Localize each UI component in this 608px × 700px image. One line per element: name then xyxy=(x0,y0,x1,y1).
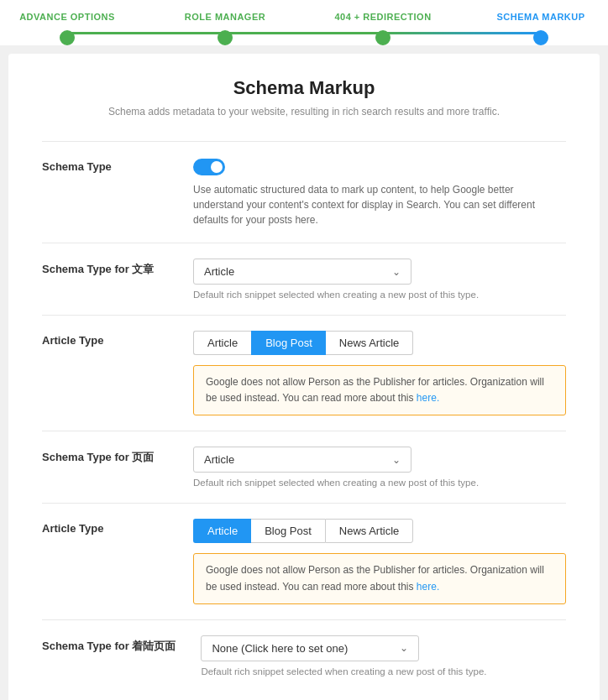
step-advance-options: ADVANCE OPTIONS xyxy=(17,12,118,45)
wenzhang-dropdown-value: Article xyxy=(204,265,234,278)
yemian-content: Article ⌄ Default rich snippet selected … xyxy=(193,447,566,488)
yemian-label: Schema Type for 页面 xyxy=(42,447,168,465)
yemian-article-type-content: Article Blog Post News Article Google do… xyxy=(193,519,566,603)
yemian-dropdown-hint: Default rich snippet selected when creat… xyxy=(193,478,566,488)
schema-type-toggle[interactable] xyxy=(193,159,225,175)
page-subtitle: Schema adds metadata to your website, re… xyxy=(42,106,566,118)
yemian-chevron-icon: ⌄ xyxy=(392,454,401,466)
progress-track xyxy=(67,32,541,34)
wenzhang-info-box: Google does not allow Person as the Publ… xyxy=(193,365,566,415)
wenzhang-chevron-icon: ⌄ xyxy=(392,266,401,278)
wenzhang-article-type-section: Article Type Article Blog Post News Arti… xyxy=(42,315,566,431)
wenzhang-info-link[interactable]: here. xyxy=(417,392,439,404)
page-title: Schema Markup xyxy=(42,77,566,99)
schema-type-section: Schema Type Use automatic structured dat… xyxy=(42,141,566,243)
yemian-info-box: Google does not allow Person as the Publ… xyxy=(193,553,566,603)
progress-bar-container: ADVANCE OPTIONS ROLE MANAGER 404 + REDIR… xyxy=(0,0,608,45)
wenzhang-article-type-content: Article Blog Post News Article Google do… xyxy=(193,331,566,415)
step-circle-404 xyxy=(375,30,390,45)
schema-type-content: Use automatic structured data to mark up… xyxy=(193,157,566,227)
step-label-advance: ADVANCE OPTIONS xyxy=(19,12,115,22)
yemian-info-text: Google does not allow Person as the Publ… xyxy=(206,564,544,592)
step-404-redirection: 404 + REDIRECTION xyxy=(333,12,433,45)
progress-fill xyxy=(67,32,541,34)
yemian-info-link[interactable]: here. xyxy=(417,581,439,593)
yemian-btn-article[interactable]: Article xyxy=(193,519,251,543)
wenzhang-section: Schema Type for 文章 Article ⌄ Default ric… xyxy=(42,243,566,315)
wenzhang-article-type-label: Article Type xyxy=(42,331,168,347)
wenzhang-content: Article ⌄ Default rich snippet selected … xyxy=(193,259,566,300)
wenzhang-btn-group: Article Blog Post News Article xyxy=(193,331,566,355)
schema-type-label: Schema Type xyxy=(42,157,168,173)
yemian-dropdown-value: Article xyxy=(204,453,234,466)
yemian-section: Schema Type for 页面 Article ⌄ Default ric… xyxy=(42,431,566,503)
luzhiye-section: Schema Type for 着陆页面 None (Click here to… xyxy=(42,619,566,692)
step-schema-markup: SCHEMA MARKUP xyxy=(490,12,591,45)
luzhiye-chevron-icon: ⌄ xyxy=(400,642,408,654)
step-circle-schema xyxy=(533,30,548,45)
step-role-manager: ROLE MANAGER xyxy=(175,12,275,45)
wenzhang-btn-blogpost[interactable]: Blog Post xyxy=(251,331,326,355)
main-card: Schema Markup Schema adds metadata to yo… xyxy=(8,54,600,700)
step-circle-role xyxy=(218,30,233,45)
wenzhang-info-text: Google does not allow Person as the Publ… xyxy=(206,376,544,404)
toggle-row xyxy=(193,157,566,175)
yemian-dropdown[interactable]: Article ⌄ xyxy=(193,447,411,473)
wenzhang-label: Schema Type for 文章 xyxy=(42,259,168,277)
step-label-404: 404 + REDIRECTION xyxy=(334,12,431,22)
wenzhang-dropdown-hint: Default rich snippet selected when creat… xyxy=(193,290,566,300)
yemian-btn-group: Article Blog Post News Article xyxy=(193,519,566,543)
luzhiye-dropdown-value: None (Click here to set one) xyxy=(212,642,348,655)
step-label-role: ROLE MANAGER xyxy=(185,12,265,22)
luzhiye-content: None (Click here to set one) ⌄ Default r… xyxy=(201,635,566,676)
wenzhang-btn-article[interactable]: Article xyxy=(193,331,251,355)
yemian-btn-newsarticle[interactable]: News Article xyxy=(325,519,414,543)
luzhiye-dropdown-hint: Default rich snippet selected when creat… xyxy=(201,666,566,676)
step-label-schema: SCHEMA MARKUP xyxy=(496,12,584,22)
luzhiye-label: Schema Type for 着陆页面 xyxy=(42,635,176,654)
step-circle-advance xyxy=(60,30,75,45)
wenzhang-btn-newsarticle[interactable]: News Article xyxy=(326,331,414,355)
luzhiye-dropdown[interactable]: None (Click here to set one) ⌄ xyxy=(201,635,419,661)
yemian-article-type-label: Article Type xyxy=(42,519,168,535)
wenzhang-dropdown[interactable]: Article ⌄ xyxy=(193,259,411,285)
schema-type-description: Use automatic structured data to mark up… xyxy=(193,182,566,227)
yemian-btn-blogpost[interactable]: Blog Post xyxy=(251,519,325,543)
yemian-article-type-section: Article Type Article Blog Post News Arti… xyxy=(42,503,566,619)
